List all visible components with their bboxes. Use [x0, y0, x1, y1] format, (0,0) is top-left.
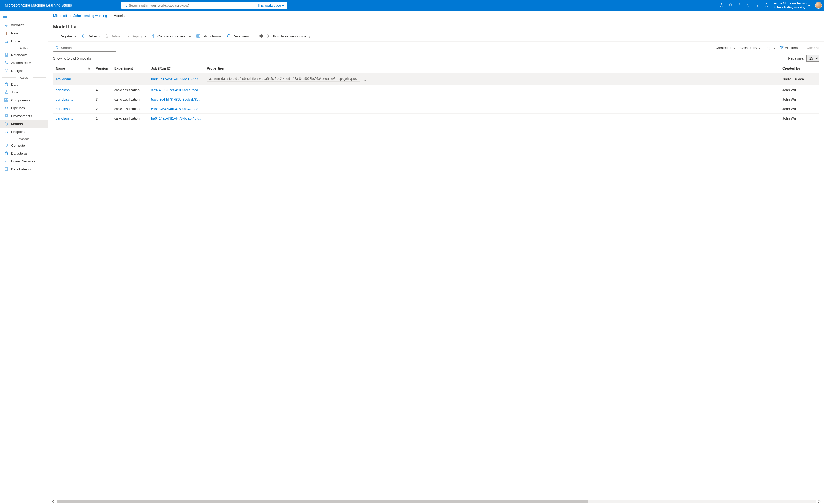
filter-created-by[interactable]: Created by	[740, 46, 760, 50]
column-header[interactable]: Experiment	[112, 64, 148, 73]
sidebar-item-automated-ml[interactable]: Automated ML	[0, 59, 48, 67]
table-row[interactable]: car-classi...4car-classification37974300…	[53, 85, 819, 95]
clear-all-button[interactable]: Clear all	[802, 46, 819, 50]
chevron-down-icon	[189, 34, 191, 38]
show-latest-toggle[interactable]	[259, 34, 269, 38]
global-search-input[interactable]	[129, 2, 257, 9]
sidebar-item-designer[interactable]: Designer	[0, 67, 48, 75]
edit-columns-button[interactable]: Edit columns	[194, 32, 223, 40]
column-header[interactable]: Name	[53, 64, 85, 73]
cell-version: 3	[93, 95, 112, 104]
columns-icon	[196, 34, 200, 38]
feedback-icon[interactable]	[762, 0, 771, 10]
column-header[interactable]: ☆	[85, 64, 93, 73]
sidebar-item-data-labeling[interactable]: Data Labeling	[0, 165, 48, 173]
model-name-link[interactable]: car-classi...	[56, 107, 73, 111]
page-size-select[interactable]: 25	[806, 55, 819, 62]
model-name-link[interactable]: car-classi...	[56, 97, 73, 101]
sidebar-item-compute[interactable]: Compute	[0, 141, 48, 149]
filter-created-on[interactable]: Created on	[716, 46, 735, 50]
sidebar-item-environments[interactable]: Environments	[0, 112, 48, 120]
all-filters-button[interactable]: All filters	[780, 46, 798, 50]
sidebar-item-jobs[interactable]: Jobs	[0, 88, 48, 96]
filter-icon	[780, 46, 784, 49]
row-more-button[interactable]: ···	[362, 79, 367, 82]
job-link[interactable]: ba0414ac-d9f1-4478-bda8-4d7...	[151, 116, 201, 120]
recent-icon[interactable]	[717, 0, 726, 10]
register-button[interactable]: Register	[51, 32, 79, 40]
notifications-icon[interactable]	[726, 0, 735, 10]
global-search[interactable]: This workspace	[121, 2, 287, 9]
sidebar-item-home[interactable]: Home	[0, 37, 48, 45]
table-row[interactable]: car-classi...2car-classificatione98cb464…	[53, 104, 819, 114]
job-link[interactable]: 5ecef3c4-bf78-486c-89cb-d78d...	[151, 97, 202, 101]
table-search-input[interactable]	[61, 46, 114, 50]
sidebar-item-linked-services[interactable]: Linked Services	[0, 157, 48, 165]
table-row[interactable]: car-classi...1car-classificationba0414ac…	[53, 114, 819, 123]
model-name-link[interactable]: car-classi...	[56, 116, 73, 120]
sidebar-item-pipelines[interactable]: Pipelines	[0, 104, 48, 112]
sidebar-group-assets: Assets	[0, 75, 48, 80]
sidebar-item-notebooks[interactable]: Notebooks	[0, 51, 48, 59]
column-header[interactable]: Created by	[780, 64, 819, 73]
refresh-label: Refresh	[87, 34, 100, 38]
model-name-link[interactable]: car-classi...	[56, 88, 73, 92]
env-icon	[4, 114, 8, 118]
product-brand: Microsoft Azure Machine Learning Studio	[0, 3, 77, 7]
refresh-button[interactable]: Refresh	[80, 32, 102, 40]
scrollbar-thumb[interactable]	[57, 500, 588, 503]
settings-icon[interactable]	[735, 0, 744, 10]
breadcrumb-item[interactable]: Microsoft	[53, 14, 67, 18]
scroll-right-icon[interactable]	[817, 500, 821, 503]
sidebar-item-data[interactable]: Data	[0, 80, 48, 88]
breadcrumb-current: Models	[113, 14, 124, 18]
sidebar-item-new[interactable]: New	[0, 29, 48, 37]
compare-button[interactable]: Compare (preview)	[149, 32, 193, 40]
tenant-switcher[interactable]: Azure ML Team Testing John's testing wor…	[771, 0, 813, 10]
svg-point-19	[5, 107, 6, 108]
svg-line-1	[126, 6, 127, 7]
job-link[interactable]: e98cb464-94af-4759-a842-838...	[151, 107, 201, 111]
svg-point-3	[739, 5, 740, 6]
job-link[interactable]: ba0414ac-d9f1-4478-bda8-4d7...	[151, 77, 201, 81]
user-avatar[interactable]	[815, 2, 822, 9]
table-row[interactable]: car-classi...3car-classification5ecef3c4…	[53, 95, 819, 104]
sidebar-back-link[interactable]: Microsoft	[0, 21, 48, 29]
sidebar-item-label: Designer	[11, 69, 25, 73]
announce-icon[interactable]	[744, 0, 753, 10]
compare-icon	[151, 34, 156, 38]
sidebar-item-endpoints[interactable]: Endpoints	[0, 128, 48, 135]
column-header[interactable]: Job (Run ID)	[148, 64, 204, 73]
nav-toggle-button[interactable]	[2, 13, 9, 20]
svg-point-4	[757, 6, 758, 7]
reset-view-button[interactable]: Reset view	[224, 32, 251, 40]
table-search[interactable]	[53, 44, 116, 52]
help-icon[interactable]	[753, 0, 762, 10]
job-link[interactable]: 37974300-3cef-4e09-af1a-fced...	[151, 88, 201, 92]
chevron-down-icon	[282, 3, 284, 7]
tenant-name: Azure ML Team Testing	[774, 2, 807, 5]
chevron-down-icon	[808, 3, 810, 7]
table-row[interactable]: amiModel1ba0414ac-d9f1-4478-bda8-4d7...a…	[53, 73, 819, 85]
column-header[interactable]: Version	[93, 64, 112, 73]
horizontal-scrollbar[interactable]	[48, 499, 824, 504]
back-arrow-icon	[4, 23, 8, 27]
filter-tags[interactable]: Tags	[765, 46, 775, 50]
sidebar-item-components[interactable]: Components	[0, 96, 48, 104]
column-header[interactable]: Properties	[204, 64, 780, 73]
search-scope-dropdown[interactable]: This workspace	[257, 3, 285, 7]
sidebar-item-datastores[interactable]: Datastores	[0, 149, 48, 157]
label-icon	[4, 167, 8, 171]
cell-experiment: car-classification	[112, 85, 148, 95]
scrollbar-track[interactable]	[57, 500, 816, 503]
scroll-left-icon[interactable]	[51, 500, 55, 503]
chevron-down-icon	[733, 46, 735, 50]
breadcrumb-item[interactable]: John's testing working	[74, 14, 107, 18]
show-latest-label: Show latest versions only	[272, 34, 310, 38]
plus-icon	[54, 34, 58, 38]
clear-all-label: Clear all	[807, 46, 819, 50]
deploy-label: Deploy	[132, 34, 142, 38]
model-name-link[interactable]: amiModel	[56, 77, 71, 81]
sidebar-item-models[interactable]: Models	[0, 120, 48, 128]
sidebar-item-label: Automated ML	[11, 61, 33, 65]
